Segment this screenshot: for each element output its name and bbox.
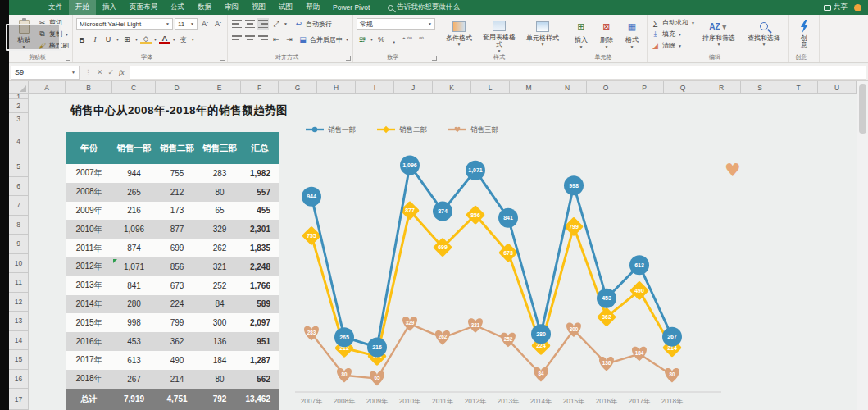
table-cell[interactable]: 944 bbox=[112, 169, 156, 178]
bottom-align-button[interactable] bbox=[257, 18, 269, 30]
clear-button[interactable]: ◢清除▼ bbox=[651, 40, 695, 51]
table-cell[interactable]: 455 bbox=[241, 206, 279, 215]
table-cell[interactable]: 265 bbox=[112, 188, 156, 197]
column-header-I[interactable]: I bbox=[356, 81, 394, 93]
table-cell[interactable]: 2015年 bbox=[66, 317, 112, 329]
accounting-format-button[interactable]: 🖳 bbox=[357, 34, 368, 45]
row-header-13[interactable]: 13 bbox=[9, 312, 28, 331]
ribbon-tab-试图[interactable]: 试图 bbox=[272, 0, 299, 15]
column-header-A[interactable]: A bbox=[29, 81, 66, 93]
table-cell[interactable]: 13,462 bbox=[241, 394, 279, 403]
vertical-scrollbar[interactable] bbox=[857, 81, 868, 410]
table-cell[interactable]: 362 bbox=[156, 337, 198, 346]
table-cell[interactable]: 2018年 bbox=[66, 373, 112, 385]
grow-font-button[interactable]: Aˆ bbox=[199, 18, 211, 30]
column-header-D[interactable]: D bbox=[156, 81, 198, 93]
fill-color-button[interactable]: ◇ bbox=[140, 34, 152, 44]
table-cell[interactable]: 214 bbox=[156, 375, 198, 384]
phonetic-guide-button[interactable]: 变 bbox=[178, 34, 189, 45]
table-cell[interactable]: 2010年 bbox=[66, 224, 112, 235]
table-cell[interactable]: 699 bbox=[156, 244, 198, 253]
table-cell[interactable]: 1,096 bbox=[112, 225, 156, 234]
autosum-button[interactable]: ∑自动求和▼ bbox=[651, 17, 695, 28]
table-cell[interactable]: 4,751 bbox=[156, 394, 198, 403]
table-cell[interactable]: 557 bbox=[241, 188, 279, 197]
merge-center-button[interactable]: ⬓合并后居中▼ bbox=[298, 34, 349, 45]
row-header-5[interactable]: 5 bbox=[9, 157, 28, 177]
center-button[interactable] bbox=[244, 34, 256, 45]
table-cell[interactable]: 252 bbox=[198, 281, 241, 290]
table-cell[interactable]: 267 bbox=[112, 375, 156, 384]
row-header-17[interactable]: 17 bbox=[9, 389, 28, 410]
table-cell[interactable]: 224 bbox=[156, 299, 198, 308]
table-cell[interactable]: 80 bbox=[198, 188, 241, 197]
ribbon-tab-公式[interactable]: 公式 bbox=[164, 0, 191, 15]
column-header-B[interactable]: B bbox=[66, 81, 112, 93]
table-cell[interactable]: 562 bbox=[241, 375, 279, 384]
table-header-cell[interactable]: 销售一部 bbox=[112, 143, 156, 154]
table-header-cell[interactable]: 汇总 bbox=[241, 143, 279, 154]
table-cell[interactable]: 2013年 bbox=[66, 280, 112, 291]
table-cell[interactable]: 2008年 bbox=[66, 186, 112, 198]
row-header-8[interactable]: 8 bbox=[9, 216, 28, 235]
table-cell[interactable]: 799 bbox=[156, 318, 198, 327]
row-header-11[interactable]: 11 bbox=[9, 273, 28, 293]
row-header-2[interactable]: 2 bbox=[9, 99, 28, 113]
row-header-3[interactable]: 3 bbox=[9, 113, 28, 125]
sort-filter-button[interactable]: AZ▼ 排序和筛选▼ bbox=[698, 17, 740, 53]
borders-button[interactable]: ⊞ bbox=[121, 34, 133, 45]
shrink-font-button[interactable]: Aˇ bbox=[212, 18, 224, 30]
ribbon-tab-文件[interactable]: 文件 bbox=[42, 0, 69, 15]
table-cell[interactable]: 173 bbox=[156, 206, 198, 215]
cell-styles-button[interactable]: 单元格样式▼ bbox=[523, 17, 562, 53]
format-cells-button[interactable]: ▦ 格式▼ bbox=[620, 17, 643, 53]
name-box[interactable]: S9▼ bbox=[11, 66, 80, 80]
font-color-button[interactable]: A bbox=[159, 34, 170, 44]
table-cell[interactable]: 2014年 bbox=[66, 298, 112, 310]
conditional-formatting-button[interactable]: 条件格式▼ bbox=[443, 17, 475, 53]
row-header-4[interactable]: 4 bbox=[9, 125, 28, 157]
percent-style-button[interactable]: % bbox=[375, 34, 387, 45]
account-avatar[interactable] bbox=[854, 4, 861, 11]
table-cell[interactable]: 2,248 bbox=[241, 262, 279, 271]
column-header-F[interactable]: F bbox=[241, 81, 279, 93]
insert-function-icon[interactable]: fx bbox=[119, 68, 125, 76]
column-header-P[interactable]: P bbox=[625, 81, 664, 93]
ribbon-tab-帮助[interactable]: 帮助 bbox=[299, 0, 326, 15]
ribbon-tab-审阅[interactable]: 审阅 bbox=[218, 0, 245, 15]
table-cell[interactable]: 283 bbox=[198, 169, 241, 178]
insert-cells-button[interactable]: ⊞ 插入▼ bbox=[570, 17, 593, 53]
table-cell[interactable]: 2,301 bbox=[241, 225, 279, 234]
table-cell[interactable]: 80 bbox=[198, 375, 241, 384]
enter-formula-icon[interactable]: ✓ bbox=[108, 68, 115, 76]
column-header-T[interactable]: T bbox=[779, 81, 818, 93]
middle-align-button[interactable] bbox=[244, 18, 256, 30]
align-right-button[interactable] bbox=[257, 34, 269, 45]
column-header-O[interactable]: O bbox=[587, 81, 625, 93]
table-cell[interactable]: 329 bbox=[198, 225, 241, 234]
column-header-K[interactable]: K bbox=[433, 81, 471, 93]
tell-me-search[interactable]: 告诉我你想要做什么 bbox=[388, 2, 460, 12]
table-cell[interactable]: 792 bbox=[198, 394, 241, 403]
table-cell[interactable]: 262 bbox=[198, 244, 241, 253]
column-header-G[interactable]: G bbox=[279, 81, 317, 93]
table-cell[interactable]: 2007年 bbox=[66, 167, 112, 179]
legend-item-销售一部[interactable]: 销售一部 bbox=[306, 125, 356, 134]
alignment-dialog-launcher[interactable] bbox=[346, 56, 351, 61]
table-header-cell[interactable]: 销售二部 bbox=[156, 143, 198, 154]
table-cell[interactable]: 1,071 bbox=[112, 262, 156, 271]
ribbon-tab-页面布局[interactable]: 页面布局 bbox=[123, 0, 164, 15]
table-cell[interactable]: 951 bbox=[241, 337, 279, 346]
table-cell[interactable]: 2,097 bbox=[241, 318, 279, 327]
align-left-button[interactable] bbox=[231, 34, 243, 45]
formula-input[interactable] bbox=[130, 66, 866, 80]
ribbon-tab-视图[interactable]: 视图 bbox=[245, 0, 272, 15]
table-cell[interactable]: 300 bbox=[198, 318, 241, 327]
row-header-14[interactable]: 14 bbox=[9, 331, 28, 351]
ribbon-tab-开始[interactable]: 开始 bbox=[69, 0, 96, 15]
table-cell[interactable]: 7,919 bbox=[112, 394, 156, 403]
font-name-select[interactable]: Microsoft YaHei Light▼ bbox=[76, 18, 173, 30]
table-cell[interactable]: 2009年 bbox=[66, 205, 112, 216]
table-cell[interactable]: 1,766 bbox=[241, 281, 279, 290]
table-cell[interactable]: 1,835 bbox=[241, 244, 279, 253]
